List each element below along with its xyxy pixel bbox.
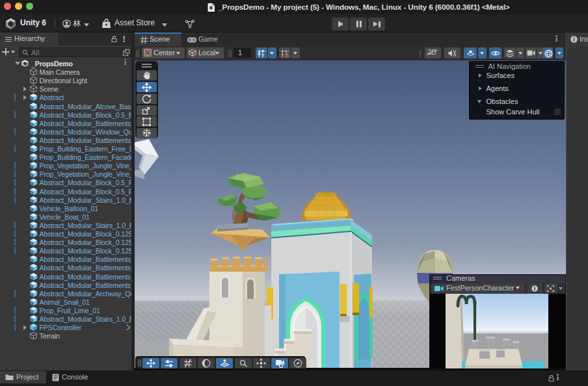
svg-text:Y: Y — [261, 53, 265, 57]
